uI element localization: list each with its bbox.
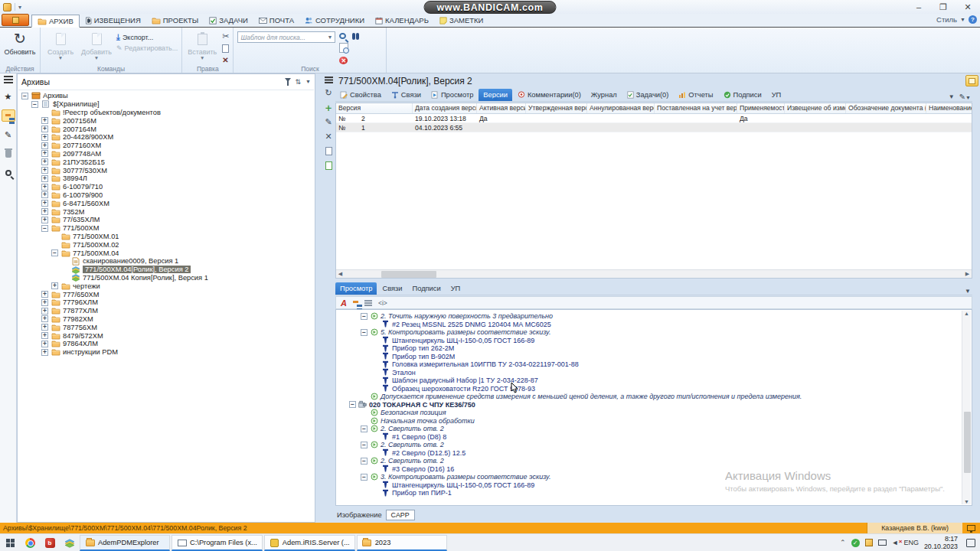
preview-tab-связи[interactable]: Связи bbox=[377, 282, 407, 295]
tree-expander-icon[interactable]: + bbox=[41, 308, 48, 315]
add-button[interactable]: Добавить▼ bbox=[80, 29, 113, 64]
list-view-icon[interactable] bbox=[364, 300, 372, 302]
bandicam-icon[interactable]: b bbox=[40, 534, 60, 551]
archive-tree-item[interactable]: сканирование0009, Версия 1 bbox=[18, 257, 314, 266]
ribbon-tab-архив[interactable]: АРХИВ bbox=[31, 15, 80, 28]
ribbon-tab-проекты[interactable]: ПРОЕКТЫ bbox=[146, 14, 204, 27]
archive-tree-item[interactable]: +инструкции PDM bbox=[18, 348, 314, 357]
panel-options-dropdown-icon[interactable]: ▼ bbox=[305, 79, 311, 84]
ribbon-tab-сотрудники[interactable]: СОТРУДНИКИ bbox=[299, 14, 370, 27]
vertical-scrollbar[interactable]: ▲ ▼ bbox=[962, 311, 971, 504]
preview-tab-подписи[interactable]: Подписи bbox=[408, 282, 446, 295]
column-header[interactable]: Наименование д bbox=[926, 103, 972, 113]
tray-expand-icon[interactable]: ⌃ bbox=[840, 539, 846, 546]
process-node[interactable]: Штангенциркуль ШЦ-I-150-0,05 ГОСТ 166-89 bbox=[337, 337, 962, 345]
taskbar-button[interactable]: 2023 bbox=[357, 535, 447, 551]
tree-expander-icon[interactable]: + bbox=[41, 150, 48, 157]
tree-expander-icon[interactable]: + bbox=[41, 208, 48, 215]
preview-tab-просмотр[interactable]: Просмотр bbox=[335, 282, 377, 295]
tree-expander-icon[interactable]: + bbox=[41, 200, 48, 207]
node-expander-icon[interactable]: − bbox=[361, 458, 368, 465]
image-source-tab[interactable]: CAPP bbox=[386, 510, 415, 520]
node-expander-icon[interactable]: − bbox=[361, 425, 368, 432]
archive-tree-item[interactable]: +6-10079/710 bbox=[18, 183, 314, 191]
quick-access-dropdown-icon[interactable]: ▾ bbox=[18, 4, 21, 11]
application-menu-button[interactable] bbox=[2, 14, 29, 26]
archive-tree-item[interactable]: +777/650ХМ bbox=[18, 290, 314, 298]
archive-tree-item[interactable]: −771/500ХМ bbox=[18, 224, 314, 233]
archive-tree-item[interactable]: +7352М bbox=[18, 207, 314, 216]
search-template-combobox[interactable]: Шаблон для поиска... ▼ bbox=[237, 31, 335, 43]
edit-mode-icon[interactable]: ✎ bbox=[2, 129, 15, 141]
scroll-up-icon[interactable]: ▲ bbox=[964, 311, 969, 316]
tree-expander-icon[interactable]: + bbox=[41, 349, 48, 356]
scroll-left-icon[interactable]: ◀ bbox=[336, 271, 345, 277]
network-icon[interactable] bbox=[878, 540, 887, 546]
archive-tree-item[interactable]: !Реестр объектов/документов bbox=[18, 109, 314, 117]
process-tree-view-icon[interactable] bbox=[353, 301, 358, 305]
ribbon-tab-заметки[interactable]: ЗАМЕТКИ bbox=[434, 14, 489, 27]
favorites-icon[interactable]: ★ bbox=[2, 90, 15, 103]
clear-search-icon[interactable]: ✕ bbox=[339, 57, 348, 64]
archive-tree-item[interactable]: −$[Хранилище] bbox=[18, 100, 314, 109]
tree-expander-icon[interactable]: + bbox=[41, 126, 48, 132]
tree-expander-icon[interactable]: + bbox=[41, 341, 48, 347]
archive-tree-item[interactable]: +6-8471/560ХМ bbox=[18, 199, 314, 207]
process-node[interactable]: −020 ТОКАРНАЯ С ЧПУ КЕ36/750 bbox=[337, 401, 962, 409]
archive-tree-item[interactable]: 771/500ХМ.04[Ролик], Версия 2 bbox=[18, 266, 314, 274]
minimize-button[interactable]: – bbox=[906, 0, 931, 14]
process-node[interactable]: Прибор тип 262-2М bbox=[337, 344, 962, 353]
tree-expander-icon[interactable]: + bbox=[41, 324, 48, 331]
sort-icon[interactable]: ⇅ bbox=[296, 78, 302, 86]
volume-muted-icon[interactable]: ◄ bbox=[892, 539, 899, 546]
scroll-right-icon[interactable]: ▶ bbox=[963, 271, 972, 277]
process-node[interactable]: Шаблон радиусный Набор |1 ТУ 2-034-228-8… bbox=[337, 377, 962, 385]
tree-view-icon[interactable] bbox=[2, 109, 15, 122]
archive-tree-item[interactable]: +38994Л bbox=[18, 174, 314, 183]
cut-icon[interactable]: ✂ bbox=[222, 31, 229, 41]
start-button[interactable] bbox=[0, 534, 20, 551]
tree-expander-icon[interactable]: + bbox=[51, 282, 58, 289]
column-header[interactable]: Поставленная на учет версия bbox=[655, 103, 737, 113]
tree-expander-icon[interactable]: − bbox=[31, 101, 38, 108]
delete-version-icon[interactable]: ✕ bbox=[325, 132, 332, 141]
antivirus-status-icon[interactable]: ✓ bbox=[851, 539, 860, 547]
copy-version-icon[interactable] bbox=[325, 147, 332, 155]
tree-expander-icon[interactable]: + bbox=[41, 142, 48, 149]
preview-tab-уп[interactable]: УП bbox=[446, 282, 466, 295]
archive-tree-item[interactable]: +2007164М bbox=[18, 125, 314, 133]
column-header[interactable]: Дата создания версии bbox=[413, 103, 477, 113]
chrome-icon[interactable] bbox=[20, 534, 40, 551]
edit-button[interactable]: ✎ Редактировать... bbox=[116, 44, 178, 52]
archive-tree-item[interactable]: +30777/530ХМ bbox=[18, 166, 314, 174]
taskbar-button[interactable]: C:\Program Files (x... bbox=[172, 535, 263, 551]
archive-tree-item[interactable]: 771/500ХМ.04 Копия[Ролик], Версия 1 bbox=[18, 274, 314, 282]
document-menu-icon[interactable] bbox=[325, 77, 333, 78]
ribbon-tab-почта[interactable]: ПОЧТА bbox=[253, 14, 299, 27]
add-version-icon[interactable]: ＋ bbox=[324, 103, 334, 112]
tree-expander-icon[interactable]: + bbox=[41, 184, 48, 191]
style-menu[interactable]: Стиль ▼ ? bbox=[936, 15, 977, 24]
tree-expander-icon[interactable]: + bbox=[41, 217, 48, 223]
column-header[interactable]: Аннулированная версия bbox=[587, 103, 655, 113]
delete-icon[interactable]: ✕ bbox=[222, 56, 229, 64]
help-icon[interactable]: ? bbox=[969, 15, 977, 24]
process-node[interactable]: −2. Сверлить отв. 2 bbox=[337, 441, 962, 449]
process-node[interactable]: Головка измерительная 10ИГПВ ТУ 2-034-02… bbox=[337, 360, 962, 369]
process-node[interactable]: −2. Точить наружную поверхность 3 предва… bbox=[337, 312, 962, 321]
process-node[interactable]: Эталон bbox=[337, 369, 962, 377]
node-expander-icon[interactable]: − bbox=[349, 401, 356, 408]
doc-tab-комментарии(0)[interactable]: Комментарии(0) bbox=[513, 89, 586, 101]
node-expander-icon[interactable]: − bbox=[361, 474, 368, 481]
scroll-down-icon[interactable]: ▼ bbox=[964, 499, 969, 504]
scrollbar-thumb[interactable] bbox=[381, 271, 436, 278]
archive-tree-item[interactable]: +2077160ХМ bbox=[18, 142, 314, 150]
column-header[interactable]: Утвержденная версия bbox=[526, 103, 587, 113]
archive-tree-item[interactable]: +77/635ХЛМ bbox=[18, 216, 314, 224]
doc-tab-подписи[interactable]: Подписи bbox=[719, 89, 766, 101]
process-node[interactable]: #2 Резец MSSNL 2525 DNMG 120404 МА МС602… bbox=[337, 321, 962, 329]
pen-tool-icon[interactable]: ✎▼ bbox=[959, 93, 971, 101]
process-node[interactable]: −2. Сверлить отв. 2 bbox=[337, 425, 962, 433]
process-node[interactable]: #2 Сверло (D12.5) 12.5 bbox=[337, 449, 962, 458]
recycle-bin-icon[interactable] bbox=[2, 148, 15, 160]
